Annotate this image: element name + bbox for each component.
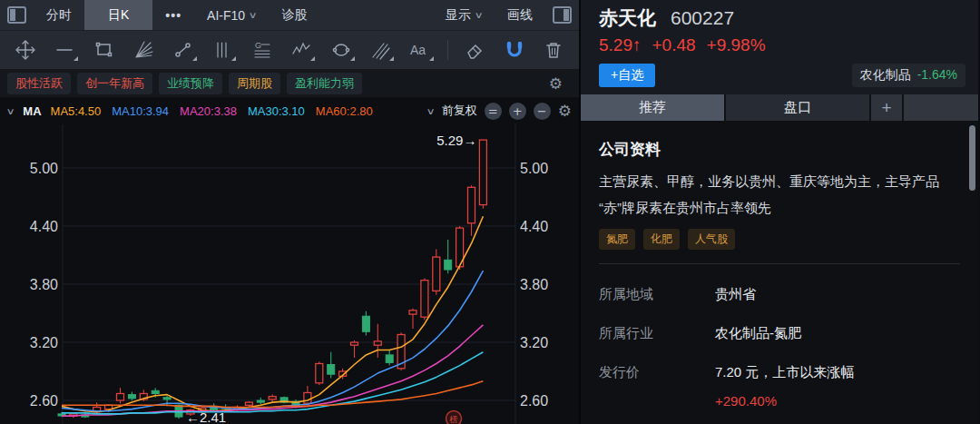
stock-tag[interactable]: 周期股	[229, 73, 280, 94]
tags-settings-gear-icon[interactable]: ⚙	[549, 74, 563, 93]
chevron-down-icon: ∨	[474, 10, 483, 20]
svg-text:4.40: 4.40	[520, 219, 548, 234]
info-row-industry: 所属行业 农化制品-氮肥	[599, 325, 960, 342]
row-label: 所属地域	[599, 286, 715, 303]
svg-text:←2.41: ←2.41	[186, 409, 226, 424]
text-tool-icon[interactable]: Aa	[405, 36, 436, 64]
svg-text:5.00: 5.00	[30, 161, 58, 176]
tab-daily-k[interactable]: 日K	[84, 0, 152, 30]
row-label: 发行价	[599, 364, 715, 409]
collapse-left-panel-icon[interactable]	[7, 6, 26, 24]
adjust-mode-label[interactable]: 前复权	[442, 103, 477, 119]
trendline-tool-icon[interactable]	[50, 36, 81, 64]
chevron-down-icon[interactable]: ∨	[6, 106, 15, 116]
row-value: 农化制品-氮肥	[715, 325, 960, 342]
concept-tags: 氮肥化肥人气股	[599, 229, 960, 250]
svg-text:3.80: 3.80	[520, 277, 548, 292]
chevron-down-icon: ∨	[249, 10, 258, 20]
concept-tag[interactable]: 化肥	[643, 229, 680, 250]
price-change: +0.48	[652, 35, 695, 55]
segment-tool-icon[interactable]	[168, 36, 199, 64]
sector-name: 农化制品	[860, 67, 911, 82]
svg-text:3.80: 3.80	[30, 277, 58, 292]
concept-tag[interactable]: 人气股	[688, 229, 735, 250]
svg-text:2.60: 2.60	[520, 393, 548, 409]
chevron-down-icon[interactable]: ∨	[426, 106, 436, 116]
tab-quote-label: 盘口	[784, 99, 811, 116]
pitchfork-tool-icon[interactable]	[366, 36, 397, 64]
collapse-right-panel-icon[interactable]	[553, 6, 572, 24]
price-row: 5.29↑ +0.48 +9.98%	[599, 35, 967, 55]
gann-tool-icon[interactable]: G	[247, 36, 278, 64]
move-cross-tool-icon[interactable]	[10, 36, 41, 64]
drawline-label: 画线	[507, 7, 533, 24]
scrollbar-thumb[interactable]	[969, 125, 975, 191]
fan-lines-tool-icon[interactable]	[129, 36, 160, 64]
section-title: 公司资料	[599, 139, 960, 160]
eraser-tool-icon[interactable]	[459, 36, 490, 64]
stock-tag[interactable]: 创一年新高	[77, 73, 152, 94]
company-description: 主营尿素、甲醇，业务以贵州、重庆等地为主，主导产品“赤”牌尿素在贵州市占率领先	[599, 168, 960, 221]
stock-tag[interactable]: 业绩预降	[159, 73, 222, 94]
svg-text:Aa: Aa	[410, 43, 426, 57]
tab-recommend[interactable]: 推荐	[581, 94, 724, 121]
company-profile-section: 公司资料 主营尿素、甲醇，业务以贵州、重庆等地为主，主导产品“赤”牌尿素在贵州市…	[581, 121, 978, 424]
svg-text:2.60: 2.60	[30, 393, 58, 409]
kline-svg: 5.005.004.404.403.803.803.203.202.602.60…	[0, 124, 581, 424]
indicator-settings-gear-icon[interactable]: ⚙	[558, 102, 572, 120]
since-ipo-gain: +290.40%	[715, 393, 960, 409]
vertical-lines-tool-icon[interactable]	[208, 36, 239, 64]
ma-legend-row: ∨ MA MA5:4.50MA10:3.94MA20:3.38MA30:3.10…	[0, 97, 579, 124]
ma-value: MA5:4.50	[51, 104, 102, 118]
magnet-tool-icon[interactable]	[499, 36, 530, 64]
svg-text:3.20: 3.20	[30, 335, 58, 350]
compress-chart-button[interactable]: =	[485, 103, 502, 120]
trash-tool-icon[interactable]	[538, 36, 569, 64]
zoom-in-button[interactable]: +	[509, 103, 526, 120]
drawline-button[interactable]: 画线	[495, 0, 545, 30]
row-value: 7.20 元，上市以来涨幅 +290.40%	[715, 364, 960, 409]
display-label: 显示	[446, 7, 471, 24]
tab-daily-k-label: 日K	[108, 7, 129, 24]
more-periods-button[interactable]: •••	[152, 0, 194, 30]
info-row-region: 所属地域 贵州省	[599, 286, 960, 303]
stock-tag[interactable]: 股性活跃	[7, 73, 71, 94]
trading-app: 分时 日K ••• AI-F10∨ 诊股 显示∨ 画线 G Aa	[0, 0, 980, 424]
row-value: 贵州省	[715, 286, 960, 303]
toolbar-divider	[447, 40, 448, 60]
chart-topbar: 分时 日K ••• AI-F10∨ 诊股 显示∨ 画线	[0, 0, 579, 30]
tab-recommend-label: 推荐	[639, 99, 666, 116]
wave-tool-icon[interactable]	[287, 36, 318, 64]
zoom-out-button[interactable]: −	[534, 103, 551, 120]
stock-tag[interactable]: 盈利能力弱	[287, 73, 362, 94]
rectangle-tool-icon[interactable]	[89, 36, 120, 64]
diagnose-button[interactable]: 诊股	[269, 0, 319, 30]
chart-pane: 分时 日K ••• AI-F10∨ 诊股 显示∨ 画线 G Aa	[0, 0, 581, 424]
ma-value: MA20:3.38	[180, 104, 237, 118]
diagnose-label: 诊股	[281, 7, 307, 24]
ma-value: MA30:3.10	[248, 104, 305, 118]
cycle-tool-icon[interactable]	[326, 36, 357, 64]
tab-minute[interactable]: 分时	[34, 0, 84, 30]
stock-name: 赤天化	[599, 5, 656, 31]
sector-chip[interactable]: 农化制品-1.64%	[852, 64, 965, 87]
candlestick-chart[interactable]: 5.005.004.404.403.803.803.203.202.602.60…	[0, 124, 579, 424]
svg-text:4.40: 4.40	[30, 219, 58, 234]
svg-text:榜: 榜	[449, 415, 458, 424]
ma-value: MA10:3.94	[112, 104, 169, 118]
tab-quote[interactable]: 盘口	[726, 94, 869, 121]
row-label: 所属行业	[599, 325, 715, 342]
ai-f10-menu[interactable]: AI-F10∨	[194, 0, 269, 30]
ma-value: MA60:2.80	[316, 104, 373, 118]
svg-text:G: G	[255, 41, 261, 50]
stock-header: 赤天化 600227 5.29↑ +0.48 +9.98% +自选 农化制品-1…	[581, 0, 978, 94]
concept-tag[interactable]: 氮肥	[599, 229, 635, 250]
add-tab-button[interactable]: +	[871, 94, 902, 121]
price-change-pct: +9.98%	[707, 35, 766, 55]
ma-indicator-label[interactable]: MA	[23, 104, 41, 118]
sector-change-pct: -1.64%	[917, 67, 957, 82]
ma-values: MA5:4.50MA10:3.94MA20:3.38MA30:3.10MA60:…	[51, 104, 384, 118]
add-watchlist-button[interactable]: +自选	[599, 64, 655, 87]
more-icon: •••	[165, 8, 181, 23]
display-menu[interactable]: 显示∨	[433, 0, 495, 30]
